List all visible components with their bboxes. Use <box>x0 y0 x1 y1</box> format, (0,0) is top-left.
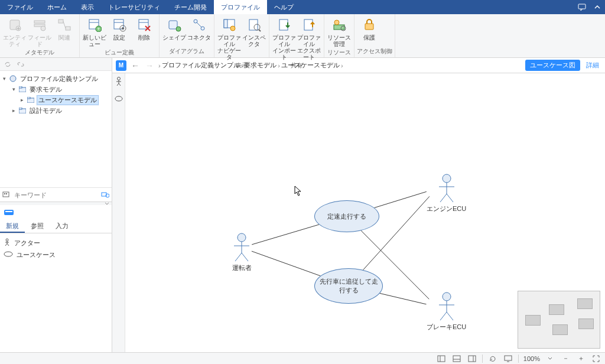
fullscreen-icon[interactable] <box>591 354 601 363</box>
svg-line-69 <box>242 253 248 261</box>
status-refresh-icon[interactable] <box>487 354 498 363</box>
viewtype-badge[interactable]: ユースケース図 <box>525 60 580 71</box>
ribbon-group-metamodel: +エンティティフィールド関連メタモデル <box>0 14 80 57</box>
nav-back-button[interactable]: ← <box>130 61 141 70</box>
entity-icon: + <box>6 17 23 33</box>
ribbon-settings-button[interactable]: 設定 <box>107 15 132 47</box>
svg-rect-51 <box>4 210 14 215</box>
ribbon-protect-button[interactable]: 保護 <box>357 15 382 46</box>
window-speech-icon[interactable] <box>574 0 590 14</box>
tab-ref[interactable]: 参照 <box>25 219 50 233</box>
ribbon-profexport-button[interactable]: プロファイル エクスポート <box>297 15 321 60</box>
sidebar-splitter[interactable] <box>0 202 112 205</box>
profimport-icon <box>276 17 292 33</box>
menu-help[interactable]: ヘルプ <box>267 0 301 14</box>
status-layout1-icon[interactable] <box>436 354 447 363</box>
svg-point-17 <box>122 27 124 30</box>
panel-header <box>0 205 112 219</box>
association-edge[interactable] <box>380 293 427 304</box>
ribbon-connector-button[interactable]: コネクタ <box>187 15 212 46</box>
association-edge[interactable] <box>252 251 320 276</box>
svg-text:+: + <box>97 26 100 32</box>
ribbon-shape-button[interactable]: シェイプ <box>162 15 187 46</box>
svg-point-59 <box>117 77 120 80</box>
sidebar: ▾ プロファイル定義サンプル ▾要求モデル▸ユースケースモデル▸設計モデル 新規… <box>0 58 112 352</box>
svg-rect-35 <box>334 25 344 30</box>
menu-traceability[interactable]: トレーサビリティ <box>101 0 167 14</box>
tool-usecase-icon[interactable] <box>115 93 123 104</box>
status-layout3-icon[interactable] <box>467 354 477 363</box>
mouse-cursor-icon <box>294 186 302 196</box>
usecase-icon <box>4 251 13 258</box>
association-edge[interactable] <box>375 191 427 207</box>
usecase-uc2[interactable]: 先行車に追従して走行する <box>314 268 383 304</box>
svg-line-63 <box>119 83 121 86</box>
search-input[interactable] <box>14 191 99 199</box>
crumb[interactable]: ユースケースモデル <box>281 61 340 70</box>
search-filter-icon[interactable] <box>101 190 109 200</box>
tab-input[interactable]: 入力 <box>50 219 74 233</box>
detail-link[interactable]: 詳細 <box>584 61 601 70</box>
status-bar: 100% － ＋ <box>0 352 605 364</box>
actor-driver[interactable]: 運転者 <box>232 233 252 272</box>
canvas-toolbar <box>112 73 125 352</box>
tool-actor-icon[interactable] <box>115 77 122 89</box>
ribbon-delete-button[interactable]: 削除 <box>132 15 157 47</box>
ribbon-newview-button[interactable]: +新しいビュー <box>82 15 107 47</box>
tree-node[interactable]: ▸ユースケースモデル <box>0 95 112 105</box>
crumb[interactable]: 要求モデル <box>244 61 277 70</box>
minimap[interactable] <box>518 291 600 349</box>
tree-node[interactable]: ▸設計モデル <box>0 105 112 116</box>
ribbon-profilenav-button[interactable]: プロファイル ナビゲータ <box>217 15 242 60</box>
palette-usecase[interactable]: ユースケース <box>4 249 108 261</box>
svg-rect-7 <box>58 20 63 23</box>
ribbon-group-access: 保護アクセス制御 <box>354 14 395 57</box>
diagram-canvas[interactable]: 運転者エンジンECUブレーキECU定速走行する先行車に追従して走行する <box>125 73 605 352</box>
svg-rect-34 <box>304 20 313 30</box>
protect-icon <box>361 17 378 33</box>
ribbon-group-diagram: シェイプコネクタダイアグラム <box>160 14 214 57</box>
menu-file[interactable]: ファイル <box>0 0 40 14</box>
status-screen-icon[interactable] <box>503 354 513 363</box>
model-tree[interactable]: ▾ プロファイル定義サンプル ▾要求モデル▸ユースケースモデル▸設計モデル <box>0 71 112 187</box>
association-edge[interactable] <box>252 225 319 245</box>
menu-home[interactable]: ホーム <box>40 0 74 14</box>
svg-line-62 <box>117 83 119 86</box>
zoom-out-button[interactable]: － <box>560 354 571 363</box>
palette-actor[interactable]: アクター <box>4 237 108 249</box>
inspector-icon <box>246 17 262 33</box>
zoom-dropdown-icon[interactable] <box>545 354 555 363</box>
menu-profile[interactable]: プロファイル <box>214 0 267 14</box>
window-collapse-icon[interactable] <box>590 0 605 14</box>
zoom-in-button[interactable]: ＋ <box>575 354 586 363</box>
svg-rect-82 <box>453 356 460 362</box>
search-mode-icon[interactable] <box>2 190 12 200</box>
tree-root[interactable]: ▾ プロファイル定義サンプル <box>0 73 112 84</box>
crumb[interactable]: プロファイル定義サンプル <box>162 61 240 70</box>
package-icon <box>27 96 35 104</box>
ribbon-resmgr-button[interactable]: リソース管理 <box>327 15 352 47</box>
menu-view[interactable]: 表示 <box>74 0 101 14</box>
usecase-uc1[interactable]: 定速走行する <box>314 200 379 232</box>
svg-rect-4 <box>34 21 45 23</box>
svg-point-39 <box>10 76 16 82</box>
svg-point-70 <box>443 174 451 183</box>
search-row <box>0 187 112 202</box>
menu-team[interactable]: チーム開発 <box>167 0 214 14</box>
actor-engine[interactable]: エンジンECU <box>427 174 466 213</box>
panel-icon <box>4 208 14 216</box>
tree-sync-icon[interactable] <box>2 59 13 70</box>
tree-link-icon[interactable] <box>15 59 26 70</box>
profile-icon <box>9 74 17 83</box>
relation-icon <box>56 17 73 33</box>
ribbon-inspector-button[interactable]: インスペクタ <box>242 15 266 60</box>
tree-node[interactable]: ▾要求モデル <box>0 84 112 95</box>
ribbon-field-button: フィールド <box>27 15 52 47</box>
nav-forward-button[interactable]: → <box>144 61 155 70</box>
breadcrumbs[interactable]: ›プロファイル定義サンプル › 要求モデル › ユースケースモデル › <box>158 61 343 70</box>
ribbon-profimport-button[interactable]: プロファイル インポート <box>272 15 297 60</box>
tab-new[interactable]: 新規 <box>0 219 25 233</box>
ribbon-group-label: ダイアグラム <box>162 46 212 57</box>
actor-brake[interactable]: ブレーキECU <box>427 292 466 332</box>
status-layout2-icon[interactable] <box>451 354 462 363</box>
